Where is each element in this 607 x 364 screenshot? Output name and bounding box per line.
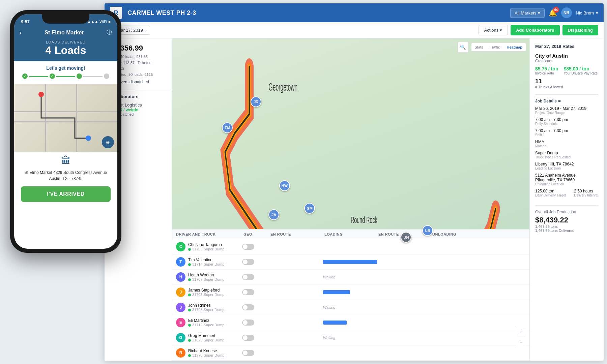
geo-toggle-switch[interactable] xyxy=(242,335,254,341)
dispatch-table: DRIVER AND TRUCK Geo EN ROUTE LOADING EN… xyxy=(172,229,529,361)
markets-selector[interactable]: All Markets ▾ xyxy=(510,8,544,18)
phone-map: ⊕ xyxy=(14,84,117,152)
rp-driver-pay-label: Your Driver's Pay Rate xyxy=(563,71,597,75)
driver-avatar: J xyxy=(176,287,185,297)
rp-production-tons: 1,467.69 tons xyxy=(535,224,598,229)
geo-toggle-switch[interactable] xyxy=(242,259,254,265)
phone-loads-section: LOADS DELIVERED 4 Loads xyxy=(14,40,117,61)
content-area: $5,356.99 0 hrs, 40 loads, 931.65 Transi… xyxy=(105,38,604,361)
rp-divider-2 xyxy=(535,205,598,206)
driver-name: James Stapleford xyxy=(188,288,242,293)
rp-shift-val: 7:00 am - 7:30 pm xyxy=(535,128,598,133)
map-search-button[interactable]: 🔍 xyxy=(458,42,468,53)
driver-info: Eli Martinez 31712 Super Dump xyxy=(188,318,242,327)
phone-moving-text: Let's get moving! xyxy=(20,65,112,71)
rp-shift-label: Shift 1 xyxy=(535,133,598,137)
map-marker-em[interactable]: EM xyxy=(222,122,233,133)
chevron-down-icon-user: ▾ xyxy=(596,10,598,16)
map-marker-gm[interactable]: GM xyxy=(304,203,315,214)
zoom-in-button[interactable]: + xyxy=(516,327,526,337)
th-unloading: UNLOADING xyxy=(432,232,486,236)
rp-material-label: Material xyxy=(535,144,598,148)
rp-customer-section: City of Austin Customer $5.75 / ton Invo… xyxy=(535,53,598,89)
rp-loading-val: Liberty Hill, TX 78642 xyxy=(535,162,598,166)
rp-delivery-row: 125.00 ton Daily Delivery Target 2.50 ho… xyxy=(535,189,598,200)
svg-point-0 xyxy=(38,92,44,97)
driver-loading-cell xyxy=(323,290,377,294)
rp-loading-label: Loading Location xyxy=(535,166,598,170)
driver-name: Heath Wooton xyxy=(188,273,242,277)
rp-schedule: 7:00 am - 7:30 pm Daily Schedule xyxy=(535,117,598,126)
driver-geo-toggle xyxy=(242,320,269,326)
rp-driver-pay-val: $85.00 / ton xyxy=(563,66,597,71)
rp-invoice-rate: $5.75 / ton Invoice Rate xyxy=(535,66,558,75)
map-marker-hw[interactable]: HW xyxy=(279,180,290,191)
driver-truck: 31703 Super Dump xyxy=(188,247,242,251)
driver-info: Tim Valentine 31714 Super Dump xyxy=(188,257,242,266)
phone-address: St Elmo Market 4329 South Congress Avenu… xyxy=(14,168,117,183)
arrived-button[interactable]: I'VE ARRIVED xyxy=(21,186,111,202)
map-tab-stats[interactable]: Stats xyxy=(471,43,487,51)
map-tab-traffic[interactable]: Traffic xyxy=(487,43,503,51)
rp-trucks: 11 # Trucks Allowed xyxy=(535,78,598,89)
notification-badge: 44 xyxy=(553,7,559,13)
geo-toggle-switch[interactable] xyxy=(242,350,254,356)
driver-avatar: J xyxy=(176,303,185,312)
driver-info: Heath Wooton 31707 Super Dump xyxy=(188,273,242,281)
rp-job-details-title: Job Details ✏ xyxy=(535,99,598,103)
driver-geo-toggle xyxy=(242,335,269,341)
phone-back-button[interactable]: ‹ xyxy=(20,29,22,36)
driver-truck: 31820 Super Dump xyxy=(188,338,242,342)
rp-delivery-interval-label: Delivery Interval xyxy=(574,193,598,197)
rp-delivery-interval-val: 2.50 hours xyxy=(574,189,598,193)
dispatching-button[interactable]: Dispatching xyxy=(562,25,598,35)
user-name-display[interactable]: Nic Brem ▾ xyxy=(576,10,598,16)
rp-delivery-target-label: Daily Delivery Target xyxy=(535,193,566,197)
map-marker-un[interactable]: UN xyxy=(401,232,411,243)
phone-header-title: St Elmo Market xyxy=(45,30,84,36)
phone-location-button[interactable]: ⊕ xyxy=(102,136,114,148)
geo-toggle-switch[interactable] xyxy=(242,274,254,280)
add-collaborators-button[interactable]: Add Collaborators xyxy=(511,25,559,35)
rp-unloading-label: Unloading Location xyxy=(535,182,598,186)
driver-info: Christine Tanguma 31703 Super Dump xyxy=(188,242,242,251)
map-tab-heatmap[interactable]: Heatmap xyxy=(503,43,526,51)
actions-button[interactable]: Actions ▾ xyxy=(479,25,508,35)
zoom-out-button[interactable]: − xyxy=(516,337,526,347)
progress-dot-3 xyxy=(77,73,82,79)
geo-toggle-switch[interactable] xyxy=(242,289,254,295)
table-row: E Eli Martinez 31712 Super Dump xyxy=(172,315,529,330)
driver-name: Greg Mummert xyxy=(188,333,242,338)
notifications-button[interactable]: 🔔 44 xyxy=(549,9,557,17)
driver-avatar: G xyxy=(176,333,185,342)
table-row: J John Rhines 31708 Super Dump Waiting xyxy=(172,300,529,315)
map-controls: 🔍 Stats Traffic Heatmap xyxy=(458,42,526,53)
driver-avatar: T xyxy=(176,257,185,267)
driver-avatar: H xyxy=(176,272,185,282)
driver-loading-cell: Waiting xyxy=(323,305,377,309)
rp-shift: 7:00 am - 7:30 pm Shift 1 xyxy=(535,128,598,137)
phone-info-button[interactable]: ⓘ xyxy=(107,29,112,36)
date-next-button[interactable]: › xyxy=(145,28,146,33)
rp-customer-name: City of Austin xyxy=(535,53,598,59)
rp-date-rates: Mar 27, 2019 Rates xyxy=(535,44,598,49)
table-row: J James Stapleford 31705 Super Dump xyxy=(172,285,529,300)
progress-dot-1: ✓ xyxy=(22,73,28,79)
geo-toggle-switch[interactable] xyxy=(242,304,254,310)
rp-delivery-target: 125.00 ton Daily Delivery Target xyxy=(535,189,566,197)
map-marker-ja[interactable]: JA xyxy=(268,209,279,220)
rp-rates: $5.75 / ton Invoice Rate $85.00 / ton Yo… xyxy=(535,66,598,75)
edit-icon[interactable]: ✏ xyxy=(558,99,561,103)
table-header: DRIVER AND TRUCK Geo EN ROUTE LOADING EN… xyxy=(172,230,529,239)
chevron-down-icon-actions: ▾ xyxy=(500,28,502,33)
table-row: G Greg Mummert 31820 Super Dump Waiting xyxy=(172,330,529,345)
rp-divider-1 xyxy=(535,94,598,95)
driver-truck: 31707 Super Dump xyxy=(188,277,242,281)
nav-title: CARMEL WEST PH 2-3 xyxy=(127,9,510,17)
geo-toggle-switch[interactable] xyxy=(242,320,254,326)
driver-truck: 31712 Super Dump xyxy=(188,323,242,327)
phone-mockup: 9:57 ▲▲▲ WiFi ■ ‹ St Elmo Market ⓘ LOADS… xyxy=(10,10,121,253)
phone-time: 9:57 xyxy=(21,19,30,24)
table-row: H Heath Wooton 31707 Super Dump Waiting xyxy=(172,270,529,285)
geo-toggle-switch[interactable] xyxy=(242,244,254,250)
